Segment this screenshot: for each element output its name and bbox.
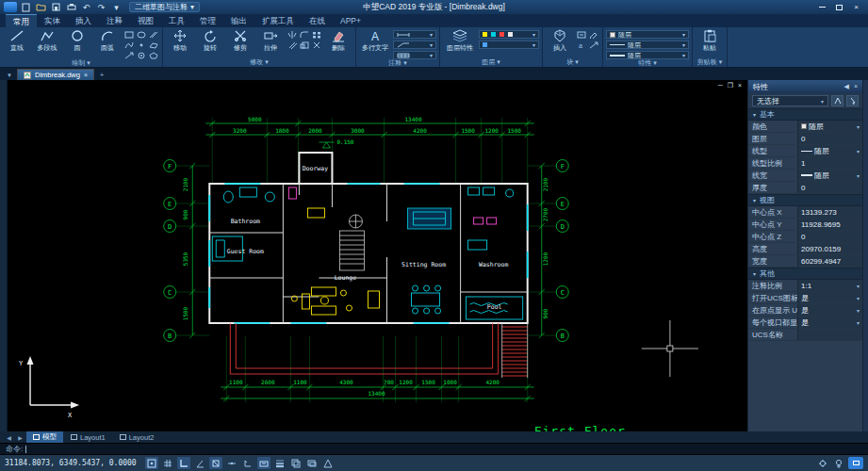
hatch-icon[interactable] — [148, 30, 159, 40]
section-misc[interactable]: ▾其他 — [748, 268, 862, 280]
annotate-group-label[interactable]: 注释▾ — [359, 58, 436, 68]
close-tab-icon[interactable]: × — [84, 72, 88, 78]
annotation-toggle[interactable] — [321, 457, 335, 469]
annoscale-value[interactable]: 1:1▾ — [797, 280, 862, 291]
zwcad-logo[interactable] — [4, 2, 17, 12]
properties-group-label[interactable]: 特性▾ — [606, 58, 689, 68]
layer-select-dropdown[interactable]: ▾ — [479, 41, 539, 49]
floor-plan-drawing[interactable]: 5000 13400 3200 1800 2000 3000 4200 1500… — [8, 80, 747, 431]
line-button[interactable]: 直线 — [3, 28, 31, 53]
lineweight-value[interactable]: 随层▾ — [797, 170, 862, 181]
panel-close-icon[interactable]: × — [854, 83, 858, 90]
paste-button[interactable]: 粘贴 — [696, 28, 724, 53]
tab-tools[interactable]: 工具 — [161, 14, 192, 27]
quick-select-button[interactable] — [831, 95, 843, 106]
tab-online[interactable]: 在线 — [302, 14, 333, 27]
xref-icon[interactable] — [588, 41, 599, 50]
tab-output[interactable]: 输出 — [223, 14, 254, 27]
array-icon[interactable] — [311, 30, 322, 40]
undo-button[interactable]: ↶ — [80, 2, 92, 12]
save-button[interactable] — [50, 2, 62, 12]
panel-autohide-strip[interactable] — [862, 80, 868, 431]
clipboard-group-label[interactable]: 剪贴板▾ — [696, 57, 724, 67]
tab-insert[interactable]: 插入 — [68, 14, 99, 27]
ltscale-value[interactable]: 1 — [797, 157, 862, 169]
doc-close-button[interactable]: × — [738, 82, 742, 89]
print-button[interactable] — [65, 2, 77, 12]
grid-toggle[interactable] — [161, 457, 174, 469]
move-button[interactable]: 移动 — [166, 28, 194, 53]
isolate-objects-button[interactable] — [832, 457, 845, 469]
doc-restore-button[interactable]: ❐ — [728, 82, 733, 89]
width-value[interactable]: 60299.4947 — [797, 255, 862, 267]
explode-icon[interactable] — [311, 41, 322, 50]
ucs-origin-value[interactable]: 是▾ — [797, 304, 862, 316]
color-dropdown[interactable]: 随层 ▾ — [606, 30, 689, 39]
modify-group-label[interactable]: 修改▾ — [166, 57, 352, 67]
offset-icon[interactable] — [287, 41, 298, 50]
ortho-toggle[interactable] — [177, 457, 190, 469]
maximize-button[interactable] — [831, 2, 847, 13]
layers-group-label[interactable]: 图层▾ — [443, 57, 539, 67]
edit-block-icon[interactable] — [588, 30, 599, 40]
doc-minimize-button[interactable]: ─ — [718, 82, 723, 89]
transparency-toggle[interactable] — [289, 457, 303, 469]
tab-annotate[interactable]: 注释 — [99, 14, 130, 27]
cycle-toggle[interactable] — [305, 457, 319, 469]
draw-group-label[interactable]: 绘制▾ — [3, 58, 159, 68]
dyn-input-toggle[interactable] — [257, 457, 270, 469]
circle-button[interactable]: 圆 — [63, 28, 91, 53]
fillet-icon[interactable] — [299, 30, 310, 40]
properties-panel-header[interactable]: 特性 ◀ × — [748, 80, 862, 93]
mtext-button[interactable]: A 多行文字 — [359, 28, 391, 53]
ucs-viewport-value[interactable]: 是▾ — [797, 317, 862, 328]
tab-model[interactable]: 模型 — [26, 431, 63, 443]
redo-button[interactable]: ↷ — [95, 2, 107, 12]
layer-value[interactable]: 0 — [797, 133, 862, 144]
point-icon[interactable] — [136, 41, 147, 50]
rotate-button[interactable]: 旋转 — [196, 28, 224, 53]
spline-icon[interactable] — [123, 41, 135, 50]
dim-leader-dropdown[interactable]: ▾ — [393, 41, 436, 49]
rectangle-icon[interactable] — [123, 30, 135, 40]
ucs-icon-on-value[interactable]: 是▾ — [797, 292, 862, 303]
command-line[interactable]: 命令: — [0, 443, 868, 455]
doc-tab-menu-button[interactable]: ▼ — [4, 70, 15, 80]
create-block-icon[interactable] — [576, 30, 587, 40]
arc-button[interactable]: 圆弧 — [93, 28, 122, 53]
layout-nav-last-button[interactable]: ▶ — [15, 434, 25, 441]
height-value[interactable]: 20970.0159 — [797, 243, 862, 254]
lineweight-toggle[interactable] — [273, 457, 287, 469]
selection-dropdown[interactable]: 无选择 ▾ — [752, 95, 828, 106]
color-value[interactable]: 随层▾ — [797, 121, 862, 132]
tab-layout1[interactable]: Layout1 — [64, 431, 112, 443]
linetype-dropdown[interactable]: 随层 ▾ — [606, 41, 689, 49]
tab-app-plus[interactable]: APP+ — [333, 14, 368, 27]
block-group-label[interactable]: 块▾ — [546, 57, 599, 67]
workspace-switch-button[interactable] — [816, 457, 829, 469]
polyline-button[interactable]: 多段线 — [33, 28, 61, 53]
tab-solid[interactable]: 实体 — [37, 14, 68, 27]
new-file-button[interactable] — [20, 2, 32, 12]
tab-manage[interactable]: 管理 — [192, 14, 223, 27]
section-basic[interactable]: ▾基本 — [748, 108, 862, 121]
mirror-icon[interactable] — [287, 30, 298, 40]
ucs-name-value[interactable] — [797, 329, 862, 340]
tab-view[interactable]: 视图 — [130, 14, 161, 27]
ellipse-icon[interactable] — [136, 30, 147, 40]
tab-layout2[interactable]: Layout2 — [113, 431, 161, 443]
layout-nav-first-button[interactable]: ◀ — [4, 434, 14, 441]
layer-properties-button[interactable]: 图层特性 — [443, 28, 477, 53]
trim-button[interactable]: 修剪 — [226, 28, 254, 53]
dim-linear-dropdown[interactable]: ▾ — [393, 30, 436, 39]
snap-toggle[interactable] — [145, 457, 158, 469]
otrack-toggle[interactable] — [225, 457, 238, 469]
osnap-toggle[interactable] — [209, 457, 222, 469]
polar-toggle[interactable] — [193, 457, 206, 469]
dyn-ucs-toggle[interactable] — [241, 457, 254, 469]
center-z-value[interactable]: 0 — [797, 231, 862, 242]
open-file-button[interactable] — [35, 2, 47, 12]
center-y-value[interactable]: 11928.9695 — [797, 219, 862, 230]
linetype-value[interactable]: 随层▾ — [797, 145, 862, 156]
stretch-button[interactable]: 拉伸 — [256, 28, 285, 53]
